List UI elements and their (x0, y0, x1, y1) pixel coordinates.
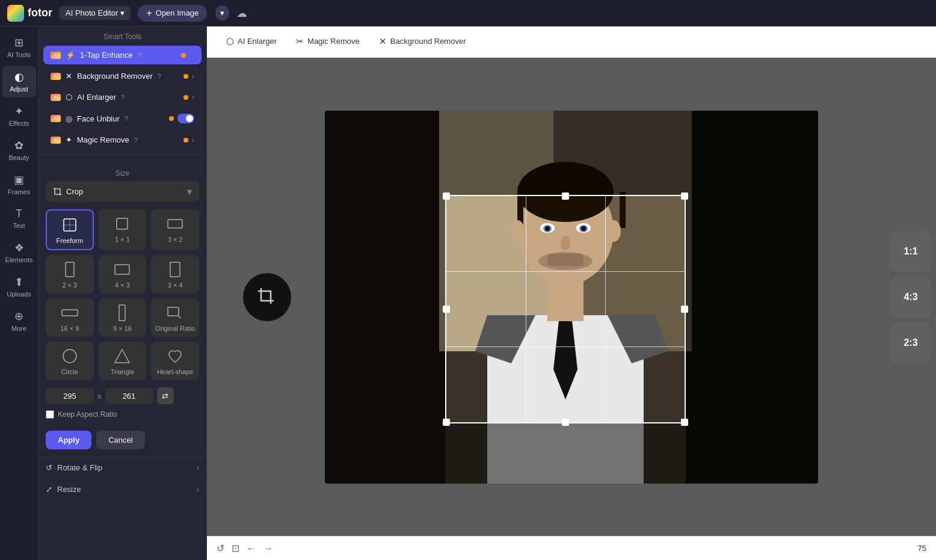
history-icon[interactable]: ⊡ (232, 543, 239, 554)
cloud-button[interactable]: ☁ (236, 7, 247, 20)
zoom-level: 75 (918, 544, 926, 553)
crop-option-original[interactable]: Original Ratio (151, 298, 199, 337)
crop-handle-top-left[interactable] (443, 192, 450, 200)
canvas-tabs: ⬡ AI Enlarger ✂ Magic Remove ✕ Backgroun… (207, 26, 936, 58)
triangle-label: Triangle (111, 368, 134, 375)
tab-bg-remover[interactable]: ✕ Background Remover (369, 31, 476, 53)
ai-badge: AI (51, 52, 61, 59)
heart-label: Heart-shape (157, 368, 194, 375)
tab-bg-remover-label: Background Remover (390, 37, 466, 46)
help-icon: ? (125, 115, 128, 122)
ratio-button-1-1[interactable]: 1:1 (890, 231, 931, 272)
swap-dimensions-button[interactable]: ⇄ (157, 387, 174, 404)
apply-button[interactable]: Apply (46, 431, 91, 449)
tool-item-bg-remover[interactable]: AI ✕ Background Remover ? › (43, 67, 202, 85)
tool-item-left: AI ⚡ 1-Tap Enhance ? (51, 51, 141, 60)
crop-handle-middle-right[interactable] (681, 306, 688, 313)
crop-option-circle[interactable]: Circle (46, 342, 94, 380)
tool-item-face-unblur[interactable]: AI ◎ Face Unblur ? (43, 109, 202, 128)
arrow-right-icon[interactable]: → (263, 543, 273, 554)
arrow-left-icon[interactable]: ← (247, 543, 256, 554)
undo-icon[interactable]: ↺ (217, 543, 224, 554)
svg-rect-14 (325, 111, 445, 484)
status-dot-blue (189, 53, 194, 58)
tab-magic-remove-label: Magic Remove (307, 37, 360, 46)
9x16-shape (114, 303, 131, 322)
svg-rect-10 (168, 307, 179, 316)
crop-option-3x4[interactable]: 3 × 4 (151, 255, 199, 294)
open-image-dropdown-button[interactable]: ▾ (215, 5, 229, 20)
triangle-icon (114, 348, 131, 365)
open-image-label: Open Image (156, 8, 199, 17)
original-icon (167, 304, 183, 321)
crop-handle-top-middle[interactable] (562, 192, 569, 200)
tool-item-ai-enlarger[interactable]: AI ⬡ AI Enlarger ? › (43, 88, 202, 106)
crop-dropdown[interactable]: Crop ▾ (46, 181, 199, 202)
crop-handle-bottom-middle[interactable] (562, 419, 569, 426)
3x2-icon (167, 215, 183, 232)
ai-badge: AI (51, 115, 61, 122)
tool-item-right (169, 114, 194, 123)
sidebar-item-label: Text (13, 222, 25, 229)
ai-enlarger-icon: ⬡ (66, 93, 72, 102)
sidebar-item-elements[interactable]: ❖ Elements (2, 236, 36, 268)
tab-ai-enlarger-label: AI Enlarger (238, 37, 277, 46)
magic-remove-icon: ✦ (66, 135, 72, 144)
cancel-button[interactable]: Cancel (96, 431, 144, 449)
crop-option-4x3[interactable]: 4 × 3 (99, 255, 147, 294)
open-image-button[interactable]: + Open Image (138, 5, 207, 22)
crop-option-1x1[interactable]: 1 × 1 (99, 209, 147, 250)
sidebar-item-ai-tools[interactable]: ⊞ AI Tools (2, 31, 36, 63)
tab-magic-remove[interactable]: ✂ Magic Remove (286, 31, 369, 53)
crop-option-2x3[interactable]: 2 × 3 (46, 255, 94, 294)
1x1-shape (114, 214, 131, 233)
rotate-flip-expand[interactable]: ↺ Rotate & Flip › (38, 457, 206, 478)
tab-ai-enlarger[interactable]: ⬡ AI Enlarger (217, 31, 286, 53)
crop-option-freeform[interactable]: Freeform (46, 209, 94, 250)
crop-tool-circle[interactable] (243, 273, 291, 321)
sidebar-item-effects[interactable]: ✦ Effects (2, 100, 36, 132)
crop-handle-bottom-right[interactable] (681, 419, 688, 426)
crop-option-3x2[interactable]: 3 × 2 (151, 209, 199, 250)
sidebar-item-label: Frames (8, 188, 30, 195)
crop-dropdown-label: Crop (53, 187, 83, 197)
svg-rect-9 (119, 305, 125, 321)
svg-rect-8 (62, 310, 78, 316)
sidebar-item-uploads[interactable]: ⬆ Uploads (2, 271, 36, 303)
chevron-right-icon: › (192, 93, 194, 102)
heart-shape (167, 346, 183, 366)
ratio-button-4-3[interactable]: 4:3 (890, 277, 931, 318)
crop-option-16x9[interactable]: 16 × 9 (46, 298, 94, 337)
width-input[interactable] (46, 388, 94, 404)
tool-item-right (181, 53, 194, 58)
crop-handle-top-right[interactable] (681, 192, 688, 200)
crop-handle-middle-left[interactable] (443, 306, 450, 313)
crop-option-triangle[interactable]: Triangle (99, 342, 147, 380)
app-mode-label: AI Photo Editor (66, 8, 118, 17)
sidebar-item-text[interactable]: T Text (2, 203, 36, 234)
sidebar-item-beauty[interactable]: ✿ Beauty (2, 134, 36, 166)
circle-label: Circle (61, 368, 78, 375)
crop-label: Crop (66, 187, 83, 196)
crop-overlay[interactable] (445, 195, 686, 423)
sidebar-item-adjust[interactable]: ◐ Adjust (2, 66, 36, 97)
status-dot (169, 116, 174, 121)
crop-option-heart[interactable]: Heart-shape (151, 342, 199, 380)
tool-item-enhance[interactable]: AI ⚡ 1-Tap Enhance ? (43, 46, 202, 64)
sidebar-item-more[interactable]: ⊕ More (2, 305, 36, 337)
bg-remover-icon: ✕ (66, 72, 72, 81)
toggle-face-unblur[interactable] (177, 114, 194, 123)
height-input[interactable] (105, 388, 153, 404)
resize-expand[interactable]: ⤢ Resize › (38, 478, 206, 500)
crop-handle-bottom-left[interactable] (443, 419, 450, 426)
sidebar-item-frames[interactable]: ▣ Frames (2, 168, 36, 200)
status-dot (183, 74, 188, 79)
crop-option-9x16[interactable]: 9 × 16 (99, 298, 147, 337)
keep-aspect-checkbox[interactable] (46, 410, 54, 419)
tool-item-left: AI ⬡ AI Enlarger ? (51, 93, 125, 102)
tool-item-magic-remove[interactable]: AI ✦ Magic Remove ? › (43, 131, 202, 149)
ratio-button-2-3[interactable]: 2:3 (890, 322, 931, 363)
bg-remover-tab-icon: ✕ (379, 36, 387, 47)
app-mode-button[interactable]: AI Photo Editor ▾ (60, 6, 131, 20)
ratio-sidebar: 1:1 4:3 2:3 (885, 226, 936, 368)
